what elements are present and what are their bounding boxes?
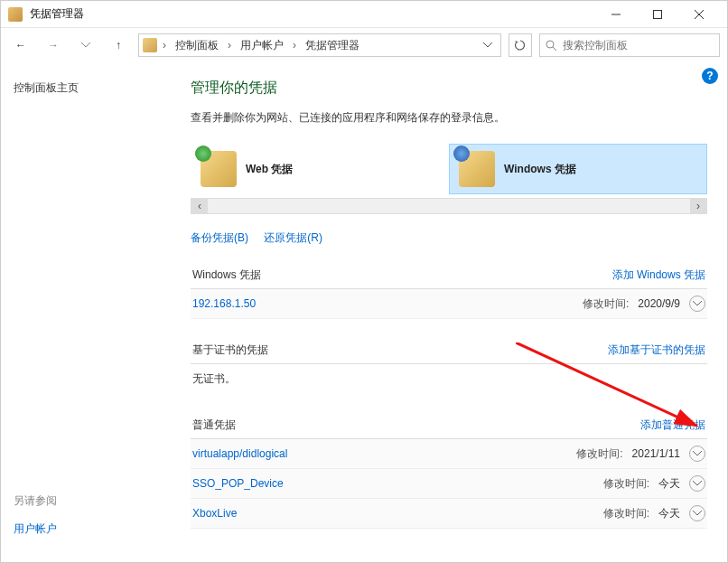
chevron-right-icon: ›: [161, 39, 168, 52]
section-generic-credentials: 普通凭据 添加普通凭据 virtualapp/didlogical 修改时间: …: [191, 412, 707, 529]
main-content: ? 管理你的凭据 查看并删除你为网站、已连接的应用程序和网络保存的登录信息。 W…: [182, 62, 727, 562]
page-title: 管理你的凭据: [191, 79, 707, 98]
tab-label: Web 凭据: [246, 162, 293, 177]
svg-line-5: [553, 47, 556, 51]
search-box[interactable]: [539, 33, 720, 57]
chevron-down-icon[interactable]: [689, 446, 705, 462]
breadcrumb[interactable]: › 控制面板 › 用户帐户 › 凭据管理器: [138, 33, 501, 57]
backup-link[interactable]: 备份凭据(B): [191, 231, 248, 244]
up-button[interactable]: ↑: [106, 33, 131, 58]
sidebar-home[interactable]: 控制面板主页: [14, 80, 169, 96]
close-button[interactable]: [678, 1, 720, 28]
chevron-down-icon[interactable]: [689, 296, 705, 312]
add-windows-credential-link[interactable]: 添加 Windows 凭据: [612, 267, 705, 283]
svg-point-4: [546, 41, 554, 48]
section-windows-credentials: Windows 凭据 添加 Windows 凭据 192.168.1.50 修改…: [191, 262, 707, 319]
web-vault-icon: [201, 151, 237, 187]
recent-button[interactable]: [73, 33, 98, 58]
empty-message: 无证书。: [191, 364, 707, 394]
credential-row[interactable]: SSO_POP_Device 修改时间: 今天: [191, 469, 707, 499]
sidebar-user-accounts[interactable]: 用户帐户: [14, 521, 169, 537]
sidebar: 控制面板主页 另请参阅 用户帐户: [1, 62, 182, 562]
crumb-item[interactable]: 用户帐户: [237, 36, 287, 55]
credential-row[interactable]: 192.168.1.50 修改时间: 2020/9/9: [191, 289, 707, 319]
windows-vault-icon: [459, 151, 495, 187]
folder-icon: [143, 38, 157, 52]
credential-name: 192.168.1.50: [192, 297, 256, 310]
modified-date: 2020/9/9: [638, 297, 680, 310]
horizontal-scrollbar[interactable]: ‹ ›: [191, 198, 707, 214]
restore-link[interactable]: 还原凭据(R): [264, 231, 322, 244]
search-icon: [546, 40, 557, 52]
titlebar: 凭据管理器: [1, 1, 727, 28]
modified-label: 修改时间:: [603, 506, 649, 521]
modified-date: 2021/1/11: [632, 447, 680, 460]
credential-row[interactable]: XboxLive 修改时间: 今天: [191, 499, 707, 529]
credential-name: SSO_POP_Device: [192, 477, 284, 490]
search-input[interactable]: [563, 39, 714, 52]
forward-button[interactable]: →: [41, 33, 66, 58]
section-title: 基于证书的凭据: [192, 342, 268, 358]
window-title: 凭据管理器: [30, 6, 595, 22]
chevron-down-icon[interactable]: [689, 475, 705, 492]
section-cert-credentials: 基于证书的凭据 添加基于证书的凭据 无证书。: [191, 337, 707, 394]
refresh-button[interactable]: [509, 33, 532, 57]
modified-date: 今天: [658, 506, 680, 521]
tab-label: Windows 凭据: [504, 162, 576, 177]
tab-web-credentials[interactable]: Web 凭据: [191, 144, 449, 194]
modified-label: 修改时间:: [576, 446, 622, 462]
chevron-right-icon: ›: [291, 39, 298, 52]
credential-row[interactable]: virtualapp/didlogical 修改时间: 2021/1/11: [191, 439, 707, 469]
section-title: Windows 凭据: [192, 267, 261, 283]
back-button[interactable]: ←: [8, 33, 33, 58]
credential-name: XboxLive: [192, 507, 237, 520]
credential-actions: 备份凭据(B) 还原凭据(R): [191, 230, 707, 246]
tab-windows-credentials[interactable]: Windows 凭据: [449, 144, 707, 194]
crumb-item[interactable]: 控制面板: [172, 36, 222, 55]
credential-name: virtualapp/didlogical: [192, 447, 287, 460]
chevron-down-icon[interactable]: [689, 505, 705, 521]
sidebar-see-also: 另请参阅: [14, 493, 169, 509]
app-icon: [8, 7, 23, 22]
credential-tabs: Web 凭据 Windows 凭据: [191, 144, 707, 194]
modified-label: 修改时间:: [603, 476, 649, 492]
scroll-right-button[interactable]: ›: [690, 199, 706, 213]
modified-date: 今天: [658, 476, 680, 492]
maximize-button[interactable]: [637, 1, 678, 28]
help-icon[interactable]: ?: [702, 68, 718, 84]
add-generic-credential-link[interactable]: 添加普通凭据: [640, 418, 705, 433]
section-title: 普通凭据: [192, 418, 236, 433]
crumb-item[interactable]: 凭据管理器: [302, 36, 363, 55]
minimize-button[interactable]: [595, 1, 637, 28]
breadcrumb-dropdown[interactable]: [479, 42, 497, 48]
navbar: ← → ↑ › 控制面板 › 用户帐户 › 凭据管理器: [1, 28, 727, 62]
svg-rect-1: [654, 10, 662, 18]
page-description: 查看并删除你为网站、已连接的应用程序和网络保存的登录信息。: [191, 110, 707, 126]
chevron-right-icon: ›: [226, 39, 233, 52]
add-cert-credential-link[interactable]: 添加基于证书的凭据: [608, 342, 705, 358]
modified-label: 修改时间:: [583, 296, 629, 312]
scroll-left-button[interactable]: ‹: [191, 199, 208, 213]
